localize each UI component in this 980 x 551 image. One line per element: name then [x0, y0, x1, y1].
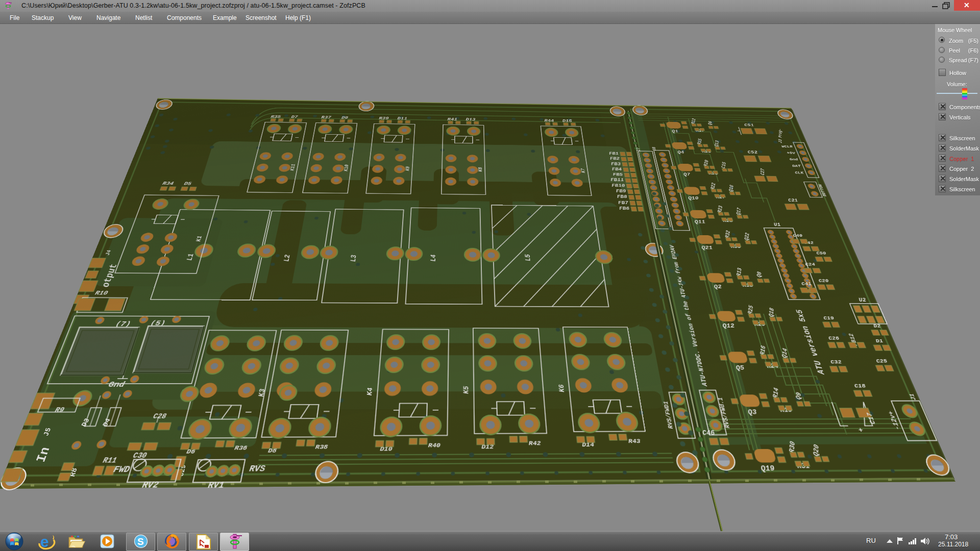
- svg-text:S: S: [137, 536, 144, 547]
